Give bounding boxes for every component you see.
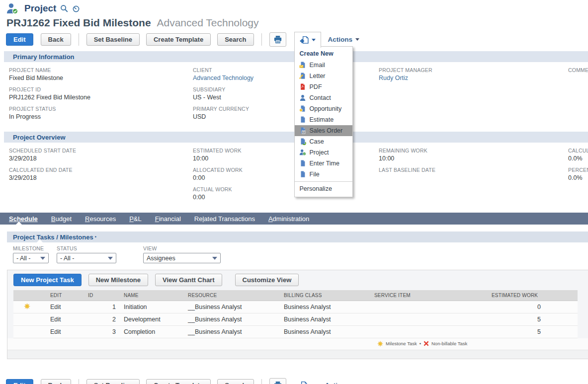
actions-button[interactable]: Actions (325, 382, 357, 384)
case-icon (299, 138, 306, 145)
field-label: CALCULATED END DATE (9, 167, 193, 173)
tab-resources[interactable]: Resources (85, 213, 116, 225)
field-value: In Progress (9, 113, 193, 121)
field-value (568, 75, 588, 82)
set-baseline-button[interactable]: Set Baseline (86, 379, 140, 384)
tasks-panel: New Project Task New Milestone View Gant… (7, 270, 588, 359)
edit-button[interactable]: Edit (6, 379, 33, 384)
new-milestone-button[interactable]: New Milestone (88, 274, 148, 286)
field-label: PROJECT STATUS (9, 106, 193, 112)
search-button[interactable]: Search (217, 33, 253, 46)
new-record-icon (298, 381, 308, 384)
field-value: 10:00 (379, 155, 568, 162)
menu-item-letter[interactable]: Letter (295, 71, 352, 81)
new-project-task-button[interactable]: New Project Task (13, 274, 82, 286)
menu-item-project[interactable]: Project (295, 147, 352, 158)
page-title: PRJ1262 Fixed Bid Milestone Advanced Tec… (0, 14, 588, 29)
top-toolbar: Edit Back Set Baseline Create Template S… (0, 32, 588, 47)
back-button[interactable]: Back (41, 33, 71, 46)
milestone-column-header (13, 290, 40, 301)
task-name-link[interactable]: Development (117, 313, 185, 325)
select-arrow-icon (212, 257, 217, 260)
milestone-select[interactable]: - All - (13, 253, 49, 263)
field-label: PROJECT ID (9, 86, 193, 92)
menu-item-personalize[interactable]: Personalize (295, 182, 352, 196)
field-label: PROJECT NAME (9, 67, 193, 73)
task-name-link[interactable]: Completion (117, 325, 185, 338)
menu-item-opportunity[interactable]: Opportunity (295, 103, 352, 114)
menu-item-sales-order[interactable]: Sales Order (295, 125, 352, 136)
pdf-icon (299, 83, 306, 90)
tab-pl[interactable]: P&L (129, 213, 142, 225)
search-icon[interactable] (60, 4, 68, 12)
table-row: Edit 1 Initiation __Business Analyst Bus… (13, 301, 578, 313)
set-baseline-button[interactable]: Set Baseline (86, 33, 140, 46)
legend-nonbillable-label: Non-billable Task (431, 341, 467, 346)
actions-button[interactable]: Actions (328, 36, 360, 43)
create-new-button[interactable] (294, 32, 321, 48)
toolbar-divider (79, 33, 79, 46)
tab-administration[interactable]: Administration (268, 213, 309, 225)
tab-financial[interactable]: Financial (155, 213, 181, 225)
bottom-toolbar: Edit Back Set Baseline Create Template S… (0, 378, 588, 384)
tab-budget[interactable]: Budget (51, 213, 72, 225)
field-value: 0.0% (568, 155, 588, 162)
create-template-button[interactable]: Create Template (146, 379, 211, 384)
search-button[interactable]: Search (217, 379, 253, 384)
record-subtitle: Advanced Technology (157, 17, 258, 28)
contact-icon (299, 94, 306, 101)
project-tasks-header[interactable]: Project Tasks / Milestones• (7, 231, 588, 242)
tasks-toolbar: New Project Task New Milestone View Gant… (7, 270, 588, 290)
edit-button[interactable]: Edit (6, 33, 33, 46)
menu-item-case[interactable]: Case (295, 136, 352, 147)
letter-icon (299, 72, 306, 79)
toolbar-divider (79, 379, 79, 384)
project-icon (299, 149, 306, 156)
print-button[interactable] (269, 378, 286, 384)
create-new-menu-anchor: Create New Email Letter (294, 32, 321, 48)
edit-link[interactable]: Edit (40, 325, 88, 338)
sales-order-icon (299, 127, 306, 134)
field-value: 3/29/2018 (9, 174, 193, 182)
menu-item-file[interactable]: File (295, 169, 352, 180)
status-select[interactable]: - All - (57, 253, 116, 263)
field-label: SCHEDULED START DATE (9, 148, 193, 154)
enter-time-icon (299, 159, 306, 167)
print-button[interactable] (269, 32, 286, 47)
view-gantt-chart-button[interactable]: View Gantt Chart (155, 274, 222, 286)
menu-item-estimate[interactable]: Estimate (295, 114, 352, 125)
menu-item-contact[interactable]: Contact (295, 92, 352, 103)
legend-milestone-label: Milestone Task (386, 341, 417, 346)
create-template-button[interactable]: Create Template (146, 33, 211, 46)
chevron-down-icon (312, 39, 316, 41)
field-label: PERCENT (568, 167, 588, 173)
nonbillable-x-icon (423, 341, 429, 346)
back-button[interactable]: Back (41, 379, 71, 384)
milestone-filter: MILESTONE - All - (13, 245, 49, 263)
field-label: LAST BASELINE DATE (379, 167, 568, 173)
estimate-icon (299, 116, 306, 123)
create-new-button[interactable] (294, 378, 318, 384)
field-value: PRJ1262 Fixed Bid Milestone (9, 94, 193, 101)
task-name-link[interactable]: Initiation (117, 301, 185, 313)
tab-schedule[interactable]: Schedule (9, 213, 38, 225)
menu-item-pdf[interactable]: PDF (295, 81, 352, 92)
record-tabbar: Schedule Budget Resources P&L Financial … (0, 213, 588, 225)
customize-view-button[interactable]: Customize View (235, 274, 299, 286)
menu-item-enter-time[interactable]: Enter Time (295, 158, 352, 169)
menu-item-email[interactable]: Email (295, 60, 352, 71)
dashboard-gauge-icon[interactable] (72, 5, 80, 12)
field-label: CALCUL (568, 148, 588, 154)
file-icon (299, 170, 306, 178)
view-select[interactable]: Assignees (143, 253, 221, 263)
app-header: Project (0, 0, 588, 14)
toolbar-divider (261, 33, 262, 46)
edit-link[interactable]: Edit (40, 301, 88, 313)
field-value: 0.0% (568, 174, 588, 182)
milestone-star-icon (377, 341, 383, 347)
project-manager-link[interactable]: Rudy Ortiz (379, 75, 568, 82)
tab-related-transactions[interactable]: Related Transactions (194, 213, 255, 225)
edit-link[interactable]: Edit (40, 313, 88, 325)
legend-dot: • (420, 341, 421, 346)
select-arrow-icon (108, 257, 113, 260)
